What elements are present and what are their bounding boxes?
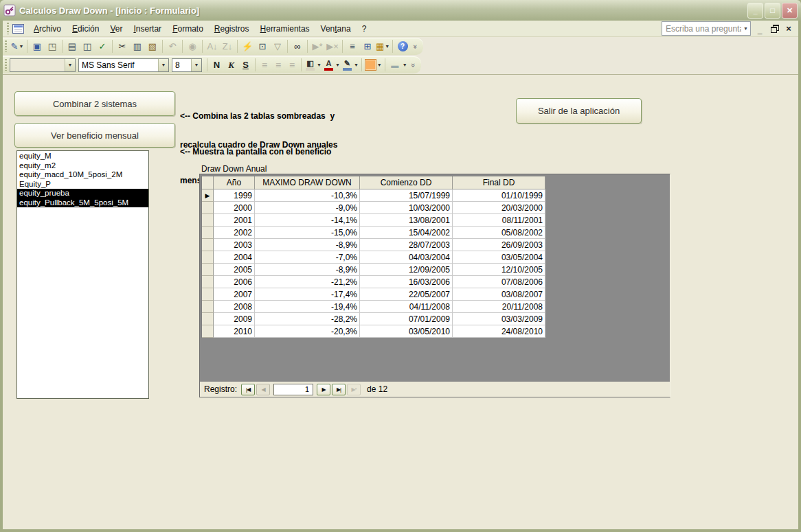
menu-ver[interactable]: Ver: [104, 22, 128, 36]
list-item[interactable]: equity_prueba: [17, 189, 148, 198]
table-cell[interactable]: 15/04/2002: [360, 227, 453, 239]
chevron-down-icon[interactable]: ▼: [377, 62, 382, 67]
record-selector[interactable]: [202, 264, 214, 276]
minimize-icon[interactable]: _: [747, 3, 763, 19]
chevron-down-icon[interactable]: ▼: [741, 26, 750, 31]
chevron-down-icon[interactable]: ▼: [354, 62, 359, 67]
font-name-combo[interactable]: MS Sans Serif ▼: [78, 58, 169, 72]
toolbar-options-icon[interactable]: »: [409, 61, 418, 69]
underline-button[interactable]: S: [238, 58, 253, 72]
table-cell[interactable]: 2006: [214, 276, 255, 288]
copy-button[interactable]: ▥: [130, 39, 145, 54]
file-search-button[interactable]: ◳: [45, 39, 60, 54]
chevron-down-icon[interactable]: ▼: [191, 59, 201, 71]
ask-question-box[interactable]: Escriba una pregunta ▼: [662, 21, 751, 36]
chevron-down-icon[interactable]: ▼: [317, 62, 321, 67]
spelling-button[interactable]: ✓: [95, 39, 110, 54]
table-cell[interactable]: -17,4%: [255, 288, 360, 301]
table-cell[interactable]: 22/05/2007: [360, 288, 453, 301]
font-color-button[interactable]: A▼: [323, 58, 340, 71]
chevron-down-icon[interactable]: ▼: [65, 59, 75, 71]
maximize-icon[interactable]: □: [765, 3, 780, 19]
table-cell[interactable]: 26/09/2003: [453, 239, 545, 251]
toolbar-drag-handle[interactable]: [5, 59, 7, 71]
menu-formato[interactable]: Formato: [167, 22, 209, 36]
table-cell[interactable]: -28,2%: [255, 313, 360, 325]
table-cell[interactable]: 2003: [214, 239, 255, 251]
special-effect-button[interactable]: ▼: [365, 59, 382, 71]
table-cell[interactable]: 2002: [214, 227, 255, 239]
table-cell[interactable]: -8,9%: [255, 239, 360, 251]
print-preview-button[interactable]: ◫: [80, 39, 95, 54]
column-header[interactable]: Final DD: [453, 176, 545, 189]
apply-filter-button[interactable]: ▽: [270, 39, 285, 54]
chevron-down-icon[interactable]: ▼: [335, 62, 340, 67]
table-cell[interactable]: 07/01/2009: [360, 313, 453, 325]
table-cell[interactable]: 1999: [214, 189, 255, 202]
record-selector[interactable]: [202, 202, 214, 214]
chevron-down-icon[interactable]: ▼: [385, 44, 390, 49]
properties-button[interactable]: ≡: [345, 39, 360, 54]
list-item[interactable]: Equity_P: [17, 180, 148, 189]
table-cell[interactable]: 08/11/2001: [453, 214, 545, 227]
table-cell[interactable]: 13/08/2001: [360, 214, 453, 227]
table-cell[interactable]: 03/08/2007: [453, 288, 545, 301]
table-cell[interactable]: -7,0%: [255, 251, 360, 264]
column-header[interactable]: Año: [214, 176, 255, 189]
table-cell[interactable]: 2001: [214, 214, 255, 227]
chevron-down-icon[interactable]: ▼: [19, 44, 23, 49]
table-cell[interactable]: 16/03/2006: [360, 276, 453, 288]
new-object-button[interactable]: ▦▼: [375, 39, 390, 54]
table-cell[interactable]: -8,9%: [255, 264, 360, 276]
menu-insertar[interactable]: Insertar: [128, 22, 167, 36]
equity-tables-listbox[interactable]: equity_Mequity_m2equity_macd_10M_5posi_2…: [16, 150, 149, 399]
line-width-button[interactable]: ▬ ▼: [388, 61, 407, 69]
find-button[interactable]: ∞: [290, 39, 305, 54]
last-record-button[interactable]: ▶|: [332, 384, 346, 395]
table-cell[interactable]: 2000: [214, 202, 255, 214]
line-color-button[interactable]: ✎▼: [341, 58, 359, 71]
table-cell[interactable]: -14,1%: [255, 214, 360, 227]
table-cell[interactable]: -15,0%: [255, 227, 360, 239]
record-selector[interactable]: [202, 227, 214, 239]
table-cell[interactable]: -9,0%: [255, 202, 360, 214]
table-cell[interactable]: -20,3%: [255, 325, 360, 338]
paste-button[interactable]: ▧: [145, 39, 160, 54]
chevron-down-icon[interactable]: ▼: [158, 59, 168, 71]
mdi-close-icon[interactable]: ×: [783, 23, 794, 34]
table-cell[interactable]: 2010: [214, 325, 255, 338]
table-cell[interactable]: 03/05/2010: [360, 325, 453, 338]
menu-archivo[interactable]: Archivo: [28, 22, 67, 36]
table-cell[interactable]: 2009: [214, 313, 255, 325]
column-header[interactable]: Comienzo DD: [360, 176, 453, 189]
database-window-button[interactable]: ⊞: [360, 39, 375, 54]
table-cell[interactable]: 12/10/2005: [453, 264, 545, 276]
table-cell[interactable]: 10/03/2000: [360, 202, 453, 214]
list-item[interactable]: equity_m2: [17, 161, 148, 171]
record-selector[interactable]: [202, 301, 214, 313]
menu-drag-handle[interactable]: [7, 23, 9, 34]
record-selector[interactable]: [202, 276, 214, 288]
table-cell[interactable]: 04/03/2004: [360, 251, 453, 264]
table-cell[interactable]: 28/07/2003: [360, 239, 453, 251]
next-record-button[interactable]: ▶: [317, 384, 330, 395]
view-design-button[interactable]: ✎▼: [10, 39, 25, 54]
print-button[interactable]: ▤: [65, 39, 80, 54]
table-cell[interactable]: 03/03/2009: [453, 313, 545, 325]
list-item[interactable]: equity_Pullback_5M_5posi_5M: [17, 198, 148, 208]
table-cell[interactable]: 12/09/2005: [360, 264, 453, 276]
column-header[interactable]: MAXIMO DRAW DOWN: [255, 176, 360, 189]
record-selector[interactable]: [202, 288, 214, 301]
mdi-minimize-icon[interactable]: _: [754, 23, 765, 34]
chevron-down-icon[interactable]: ▼: [403, 62, 407, 67]
first-record-button[interactable]: |◀: [241, 384, 255, 395]
menu-ventana[interactable]: Ventana: [315, 22, 357, 36]
table-cell[interactable]: 20/11/2008: [453, 301, 545, 313]
font-size-combo[interactable]: 8 ▼: [172, 58, 202, 72]
record-selector[interactable]: [202, 214, 214, 227]
record-selector[interactable]: [202, 325, 214, 338]
table-cell[interactable]: -10,3%: [255, 189, 360, 202]
menu-help[interactable]: ?: [357, 22, 372, 36]
table-cell[interactable]: 2005: [214, 264, 255, 276]
table-cell[interactable]: 04/11/2008: [360, 301, 453, 313]
